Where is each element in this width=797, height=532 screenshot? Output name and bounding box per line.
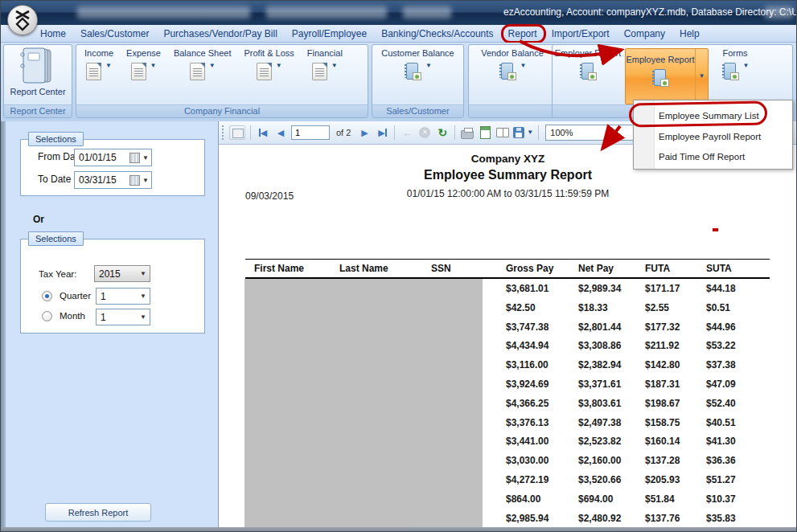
parameters-toggle-icon[interactable] xyxy=(229,125,245,140)
financial-button[interactable]: Financial ▼ xyxy=(302,48,347,80)
customer-balance-button[interactable]: Customer Balance ▼ xyxy=(372,48,463,80)
dropdown-arrow-icon: ▼ xyxy=(140,293,150,300)
quarter-label: Quarter xyxy=(60,291,91,301)
vendor-balance-button[interactable]: Vendor Balance ▼ xyxy=(469,48,556,80)
page-setup-button[interactable] xyxy=(495,125,510,141)
report-cell: $40.51 xyxy=(706,417,736,428)
dropdown-arrow-icon[interactable]: ▼ xyxy=(209,63,216,69)
print-layout-button[interactable] xyxy=(478,125,492,141)
group-caption-sales-customer: Sales/Customer xyxy=(372,104,463,117)
forms-button[interactable]: Forms ▼ xyxy=(710,48,760,80)
group-caption-company-financial: Company Financial xyxy=(76,104,368,117)
balance-sheet-button[interactable]: Balance Sheet ▼ xyxy=(169,48,236,80)
menu-item-employee-summary-list[interactable]: Employee Summary List xyxy=(659,105,759,126)
employer-report-button[interactable]: Employer Report xyxy=(553,48,623,80)
quarter-select[interactable]: 1 ▼ xyxy=(96,288,150,305)
dropdown-arrow-icon[interactable]: ▼ xyxy=(150,63,157,69)
dropdown-arrow-icon[interactable]: ▼ xyxy=(425,63,432,69)
report-center-button[interactable]: Report Center xyxy=(4,47,72,104)
menu-import-export[interactable]: Import/Export xyxy=(544,27,617,41)
ribbon-group-sales-customer: Customer Balance ▼ Sales/Customer xyxy=(372,44,464,118)
report-cell: $4,272.19 xyxy=(506,474,548,485)
printer-icon xyxy=(461,130,474,139)
next-page-button[interactable]: ▶ xyxy=(357,125,372,141)
zoom-select[interactable]: 100% ▼ xyxy=(545,125,646,141)
income-report-icon xyxy=(86,63,101,80)
toolbar-grip[interactable] xyxy=(222,125,224,140)
menu-sales-customer[interactable]: Sales/Customer xyxy=(73,27,156,41)
last-page-button[interactable]: ▶ xyxy=(375,125,389,141)
window-bottom-frame xyxy=(1,527,796,532)
ribbon-group-company-financial: Income ▼ Expense ▼ Balance Sheet ▼ Profi… xyxy=(76,44,368,118)
dropdown-arrow-icon: ▼ xyxy=(527,129,533,136)
financial-label: Financial xyxy=(307,48,343,58)
customer-balance-icon xyxy=(404,63,421,80)
profit-loss-button[interactable]: Profit & Loss ▼ xyxy=(239,48,298,80)
toolbar-separator xyxy=(454,125,455,140)
expense-button[interactable]: Expense ▼ xyxy=(121,48,166,80)
report-cell: $694.00 xyxy=(578,493,613,505)
report-viewer: ◀ ◀ of 2 ▶ ▶ ← ✕ ↻ ▼ 100% ▼ 09/03/2015 C… xyxy=(218,121,797,527)
first-page-button[interactable]: ◀ xyxy=(256,125,270,141)
quarter-radio[interactable] xyxy=(42,291,52,301)
app-menu-orb[interactable] xyxy=(7,5,38,35)
report-cell: $864.00 xyxy=(506,493,540,505)
dropdown-arrow-icon[interactable]: ▼ xyxy=(142,177,149,184)
dropdown-arrow-icon[interactable]: ▼ xyxy=(276,63,282,69)
menu-item-paid-time-off-report[interactable]: Paid Time Off Report xyxy=(659,146,745,167)
dropdown-arrow-icon[interactable]: ▼ xyxy=(331,63,338,69)
report-cell: $3,371.61 xyxy=(578,379,621,390)
dropdown-arrow-icon[interactable]: ▼ xyxy=(743,63,750,69)
stop-button[interactable]: ✕ xyxy=(417,125,432,141)
refresh-button[interactable]: ↻ xyxy=(435,125,450,141)
dropdown-arrow-icon[interactable]: ▼ xyxy=(520,63,527,69)
quarter-value: 1 xyxy=(101,291,106,302)
menu-payroll-employee[interactable]: Payroll/Employee xyxy=(285,27,374,41)
dropdown-arrow-icon[interactable]: ▼ xyxy=(142,154,149,162)
menu-report[interactable]: Report xyxy=(501,27,544,41)
report-cell: $52.40 xyxy=(706,398,736,409)
to-date-picker[interactable]: 03/31/15 ▼ xyxy=(74,171,152,189)
page-setup-icon xyxy=(496,128,509,137)
tax-year-select[interactable]: 2015 ▼ xyxy=(94,265,150,282)
dropdown-arrow-icon: ▼ xyxy=(699,73,705,80)
last-page-icon: ▶ xyxy=(378,129,384,137)
toolbar-separator xyxy=(394,125,395,140)
month-label: Month xyxy=(60,311,85,321)
date-selections-group: From Date 01/01/15 ▼ To Date 03/31/15 ▼ xyxy=(20,139,205,196)
report-cell: $3,924.69 xyxy=(506,379,548,390)
report-cell: $211.92 xyxy=(645,340,680,351)
report-cell: $187.31 xyxy=(645,379,680,390)
dropdown-arrow-icon[interactable]: ▼ xyxy=(105,63,112,69)
back-button[interactable]: ← xyxy=(400,125,414,141)
page-number-input[interactable] xyxy=(291,125,330,140)
report-cell: $3,441.00 xyxy=(506,436,548,447)
report-center-label: Report Center xyxy=(10,87,65,96)
print-button[interactable] xyxy=(460,125,475,141)
to-date-label: To Date xyxy=(38,174,71,185)
profit-loss-label: Profit & Loss xyxy=(244,48,294,58)
redacted-title-segment xyxy=(77,6,250,18)
income-button[interactable]: Income ▼ xyxy=(80,48,118,80)
report-cell: $3,520.66 xyxy=(578,474,621,485)
refresh-report-button[interactable]: Refresh Report xyxy=(45,503,151,522)
zoom-value: 100% xyxy=(550,128,573,137)
menu-home[interactable]: Home xyxy=(33,27,73,41)
menu-banking-checks-accounts[interactable]: Banking/Checks/Accounts xyxy=(374,27,500,41)
employee-report-button[interactable]: Employee Report ▼ xyxy=(625,48,709,104)
export-button[interactable]: ▼ xyxy=(513,125,533,141)
employee-report-label: Employee Report xyxy=(627,55,695,64)
month-select[interactable]: 1 ▼ xyxy=(96,309,150,325)
menu-item-employee-payroll-report[interactable]: Employee Payroll Report xyxy=(659,126,761,147)
menu-company[interactable]: Company xyxy=(617,27,672,41)
dropdown-arrow-icon: ▼ xyxy=(140,270,150,277)
employer-report-icon xyxy=(579,63,597,80)
from-date-picker[interactable]: 01/01/15 ▼ xyxy=(74,149,152,166)
vendor-balance-icon xyxy=(499,63,516,80)
menu-bar: Home Sales/Customer Purchases/Vendor/Pay… xyxy=(1,25,796,43)
menu-purchases-vendor-pay-bill[interactable]: Purchases/Vendor/Pay Bill xyxy=(156,27,284,41)
employee-report-dropdown-button[interactable]: ▼ xyxy=(695,49,708,104)
previous-page-button[interactable]: ◀ xyxy=(273,125,288,141)
month-radio[interactable] xyxy=(42,311,52,321)
menu-help[interactable]: Help xyxy=(672,27,707,41)
